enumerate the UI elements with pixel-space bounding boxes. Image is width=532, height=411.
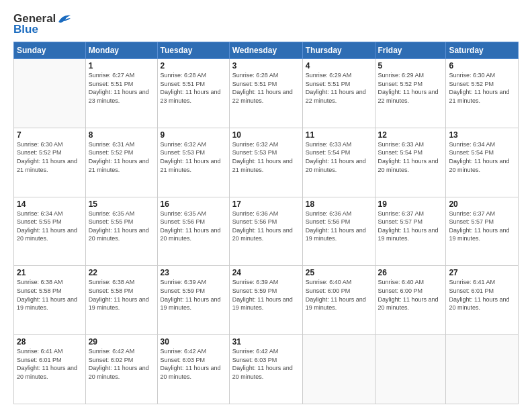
sunset-label: Sunset: 5:57 PM xyxy=(449,218,494,225)
sunrise-label: Sunrise: 6:30 AM xyxy=(449,72,495,79)
daylight-label: Daylight: 11 hours and 19 minutes. xyxy=(449,227,509,242)
sunset-label: Sunset: 5:51 PM xyxy=(161,81,206,87)
sunrise-label: Sunrise: 6:42 AM xyxy=(89,348,135,355)
sunrise-label: Sunrise: 6:35 AM xyxy=(89,210,135,217)
day-number: 12 xyxy=(378,130,443,140)
sunrise-label: Sunrise: 6:32 AM xyxy=(232,141,279,148)
sunrise-label: Sunrise: 6:31 AM xyxy=(89,141,135,148)
table-row: 12 Sunrise: 6:33 AM Sunset: 5:54 PM Dayl… xyxy=(375,128,446,197)
day-number: 4 xyxy=(306,61,372,71)
sunset-label: Sunset: 5:58 PM xyxy=(89,287,134,294)
day-info: Sunrise: 6:42 AM Sunset: 6:02 PM Dayligh… xyxy=(89,347,154,381)
day-info: Sunrise: 6:42 AM Sunset: 6:03 PM Dayligh… xyxy=(232,347,300,381)
col-thursday: Thursday xyxy=(302,42,375,59)
table-row: 2 Sunrise: 6:28 AM Sunset: 5:51 PM Dayli… xyxy=(157,59,229,128)
day-info: Sunrise: 6:29 AM Sunset: 5:52 PM Dayligh… xyxy=(378,71,443,105)
table-row: 26 Sunrise: 6:40 AM Sunset: 6:00 PM Dayl… xyxy=(375,266,446,335)
daylight-label: Daylight: 11 hours and 22 minutes. xyxy=(232,89,293,104)
table-row: 17 Sunrise: 6:36 AM Sunset: 5:56 PM Dayl… xyxy=(229,197,302,266)
day-info: Sunrise: 6:41 AM Sunset: 6:01 PM Dayligh… xyxy=(17,347,83,381)
col-saturday: Saturday xyxy=(446,42,519,59)
daylight-label: Daylight: 11 hours and 19 minutes. xyxy=(306,227,366,242)
table-row: 18 Sunrise: 6:36 AM Sunset: 5:56 PM Dayl… xyxy=(302,197,375,266)
table-row: 19 Sunrise: 6:37 AM Sunset: 5:57 PM Dayl… xyxy=(375,197,446,266)
sunrise-label: Sunrise: 6:34 AM xyxy=(449,141,495,148)
day-number: 29 xyxy=(89,337,154,347)
col-monday: Monday xyxy=(85,42,157,59)
sunrise-label: Sunrise: 6:32 AM xyxy=(161,141,207,148)
day-number: 13 xyxy=(449,130,515,140)
sunrise-label: Sunrise: 6:28 AM xyxy=(232,72,279,79)
table-row: 11 Sunrise: 6:33 AM Sunset: 5:54 PM Dayl… xyxy=(302,128,375,197)
table-row: 25 Sunrise: 6:40 AM Sunset: 6:00 PM Dayl… xyxy=(302,266,375,335)
calendar-week-row: 1 Sunrise: 6:27 AM Sunset: 5:51 PM Dayli… xyxy=(14,59,519,128)
day-info: Sunrise: 6:29 AM Sunset: 5:51 PM Dayligh… xyxy=(306,71,372,105)
day-info: Sunrise: 6:32 AM Sunset: 5:53 PM Dayligh… xyxy=(232,140,300,174)
sunrise-label: Sunrise: 6:33 AM xyxy=(306,141,352,148)
sunrise-label: Sunrise: 6:37 AM xyxy=(449,210,495,217)
sunrise-label: Sunrise: 6:40 AM xyxy=(378,279,425,285)
sunset-label: Sunset: 5:51 PM xyxy=(306,81,351,87)
day-number: 5 xyxy=(378,61,443,71)
sunset-label: Sunset: 6:03 PM xyxy=(232,357,277,363)
sunrise-label: Sunrise: 6:29 AM xyxy=(378,72,425,79)
calendar-week-row: 7 Sunrise: 6:30 AM Sunset: 5:52 PM Dayli… xyxy=(14,128,519,197)
daylight-label: Daylight: 11 hours and 20 minutes. xyxy=(306,158,366,173)
sunrise-label: Sunrise: 6:42 AM xyxy=(161,348,207,355)
day-info: Sunrise: 6:34 AM Sunset: 5:55 PM Dayligh… xyxy=(17,210,83,243)
table-row: 30 Sunrise: 6:42 AM Sunset: 6:03 PM Dayl… xyxy=(157,335,229,404)
table-row: 22 Sunrise: 6:38 AM Sunset: 5:58 PM Dayl… xyxy=(85,266,157,335)
day-number: 14 xyxy=(17,199,83,209)
day-info: Sunrise: 6:41 AM Sunset: 6:01 PM Dayligh… xyxy=(449,278,515,312)
daylight-label: Daylight: 11 hours and 20 minutes. xyxy=(378,158,439,173)
day-info: Sunrise: 6:28 AM Sunset: 5:51 PM Dayligh… xyxy=(161,71,226,105)
day-info: Sunrise: 6:40 AM Sunset: 6:00 PM Dayligh… xyxy=(306,278,372,312)
daylight-label: Daylight: 11 hours and 21 minutes. xyxy=(449,89,509,104)
day-info: Sunrise: 6:40 AM Sunset: 6:00 PM Dayligh… xyxy=(378,278,443,312)
sunset-label: Sunset: 6:03 PM xyxy=(161,357,206,363)
sunrise-label: Sunrise: 6:39 AM xyxy=(232,279,279,285)
sunset-label: Sunset: 5:52 PM xyxy=(449,81,494,87)
table-row: 20 Sunrise: 6:37 AM Sunset: 5:57 PM Dayl… xyxy=(446,197,519,266)
daylight-label: Daylight: 11 hours and 19 minutes. xyxy=(378,227,439,242)
daylight-label: Daylight: 11 hours and 21 minutes. xyxy=(232,158,293,173)
sunset-label: Sunset: 5:52 PM xyxy=(378,81,423,87)
daylight-label: Daylight: 11 hours and 19 minutes. xyxy=(17,296,77,312)
day-info: Sunrise: 6:32 AM Sunset: 5:53 PM Dayligh… xyxy=(161,140,226,174)
calendar-table: Sunday Monday Tuesday Wednesday Thursday… xyxy=(13,42,519,404)
sunset-label: Sunset: 5:56 PM xyxy=(232,218,277,225)
sunrise-label: Sunrise: 6:27 AM xyxy=(89,72,135,79)
sunrise-label: Sunrise: 6:28 AM xyxy=(161,72,207,79)
day-info: Sunrise: 6:31 AM Sunset: 5:52 PM Dayligh… xyxy=(89,140,154,174)
table-row: 10 Sunrise: 6:32 AM Sunset: 5:53 PM Dayl… xyxy=(229,128,302,197)
daylight-label: Daylight: 11 hours and 23 minutes. xyxy=(161,89,221,104)
sunset-label: Sunset: 5:51 PM xyxy=(89,81,134,87)
day-number: 31 xyxy=(232,337,300,347)
table-row: 5 Sunrise: 6:29 AM Sunset: 5:52 PM Dayli… xyxy=(375,59,446,128)
day-number: 26 xyxy=(378,268,443,277)
day-number: 28 xyxy=(17,337,83,347)
day-number: 11 xyxy=(306,130,372,140)
logo-blue: Blue xyxy=(13,23,38,36)
table-row: 28 Sunrise: 6:41 AM Sunset: 6:01 PM Dayl… xyxy=(14,335,86,404)
col-tuesday: Tuesday xyxy=(157,42,229,59)
calendar-week-row: 28 Sunrise: 6:41 AM Sunset: 6:01 PM Dayl… xyxy=(14,335,519,404)
sunrise-label: Sunrise: 6:38 AM xyxy=(17,279,63,285)
table-row xyxy=(446,335,519,404)
daylight-label: Daylight: 11 hours and 20 minutes. xyxy=(378,296,439,312)
sunset-label: Sunset: 5:59 PM xyxy=(161,287,206,294)
day-info: Sunrise: 6:27 AM Sunset: 5:51 PM Dayligh… xyxy=(89,71,154,105)
sunset-label: Sunset: 6:02 PM xyxy=(89,357,134,363)
daylight-label: Daylight: 11 hours and 22 minutes. xyxy=(306,89,366,104)
sunrise-label: Sunrise: 6:42 AM xyxy=(232,348,279,355)
sunrise-label: Sunrise: 6:35 AM xyxy=(161,210,207,217)
daylight-label: Daylight: 11 hours and 20 minutes. xyxy=(232,227,293,242)
sunset-label: Sunset: 5:53 PM xyxy=(161,149,206,156)
table-row: 27 Sunrise: 6:41 AM Sunset: 6:01 PM Dayl… xyxy=(446,266,519,335)
day-info: Sunrise: 6:30 AM Sunset: 5:52 PM Dayligh… xyxy=(17,140,83,174)
table-row: 16 Sunrise: 6:35 AM Sunset: 5:56 PM Dayl… xyxy=(157,197,229,266)
calendar-week-row: 14 Sunrise: 6:34 AM Sunset: 5:55 PM Dayl… xyxy=(14,197,519,266)
day-number: 19 xyxy=(378,199,443,209)
table-row xyxy=(375,335,446,404)
day-number: 6 xyxy=(449,61,515,71)
